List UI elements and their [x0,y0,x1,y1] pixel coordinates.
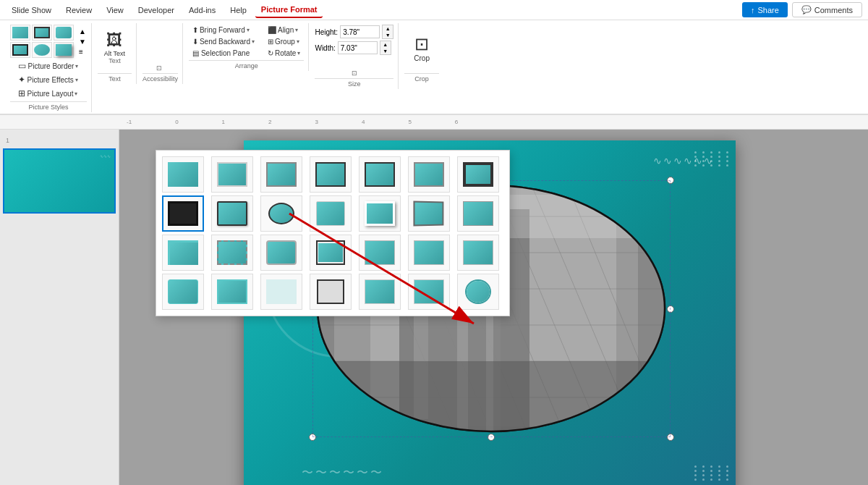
picture-style-preview-3[interactable] [54,25,74,41]
deco-dots-right [694,151,732,166]
style-grid [162,156,503,310]
style-item-27[interactable] [408,274,450,310]
rotate-button[interactable]: ↻ Rotate ▾ [264,48,304,59]
height-up-button[interactable]: ▲ [383,25,393,32]
style-item-10[interactable] [260,195,302,232]
send-backward-button[interactable]: ⬇ Send Backward ▾ [189,36,258,47]
style-item-19[interactable] [359,235,401,271]
menu-addins[interactable]: Add-ins [183,3,221,17]
size-inputs: Height: ▲ ▼ Width: ▲ ▼ [315,25,393,55]
accessibility-expand[interactable]: ⊡ [156,64,162,72]
picture-border-icon: ▭ [18,61,26,71]
style-item-21[interactable] [457,235,499,271]
menu-developer[interactable]: Developer [132,3,180,17]
style-item-9[interactable] [211,195,253,232]
crop-button[interactable]: ⊡ Crop [408,25,435,72]
menu-view[interactable]: View [101,3,129,17]
share-icon: ↑ [751,6,755,14]
ruler: -1 0 1 2 3 4 5 6 [0,115,868,130]
style-item-1[interactable] [162,156,204,193]
style-item-6[interactable] [408,156,450,193]
menu-review[interactable]: Review [60,3,98,17]
style-item-24[interactable] [260,274,302,310]
width-spinner: ▲ ▼ [380,41,391,55]
size-expand[interactable]: ⊡ [352,69,357,77]
rotate-icon: ↻ [268,49,273,57]
style-item-23[interactable] [211,274,253,310]
crop-icon: ⊡ [414,34,429,54]
picture-style-preview-2[interactable] [32,25,52,41]
picture-layout-button[interactable]: ⊞ Picture Layout ▾ [14,87,82,100]
height-input-row: Height: ▲ ▼ [315,25,393,39]
menu-slideshow[interactable]: Slide Show [6,3,57,17]
picture-styles-row: ▲ ▼ ≡ [10,25,87,58]
canvas-area: ∿∿∿∿∿∿ ❮ ✚ 〜〜〜〜〜〜 [119,130,868,485]
main-area: 1 ∿∿∿ [0,130,868,485]
picture-effects-icon: ✦ [18,75,25,85]
style-item-3[interactable] [260,156,302,193]
style-item-13[interactable] [408,195,450,232]
slide-thumbnail-1[interactable]: ∿∿∿ [3,148,116,214]
selection-pane-icon: ▤ [192,49,199,57]
style-item-17[interactable] [260,235,302,271]
width-input[interactable] [338,41,378,54]
group-arrow: ▾ [297,38,299,45]
style-item-5[interactable] [359,156,401,193]
effects-dropdown-arrow: ▾ [75,77,78,83]
style-item-15[interactable] [162,235,204,271]
picture-styles-expand-up[interactable]: ▲ [78,27,87,36]
text-label: Text [109,57,121,64]
style-item-22[interactable] [162,274,204,310]
send-backward-arrow: ▾ [252,38,255,45]
picture-style-preview-6[interactable] [54,42,74,58]
style-item-26[interactable] [359,274,401,310]
picture-layout-icon: ⊞ [18,88,25,98]
picture-style-preview-4[interactable] [10,42,30,58]
style-item-7[interactable] [457,156,499,193]
svg-rect-25 [312,361,671,437]
share-button[interactable]: ↑ Share [742,2,788,17]
ribbon: ▲ ▼ ≡ ▭ Picture Border ▾ ✦ Picture Effec… [0,20,868,115]
ribbon-group-size: Height: ▲ ▼ Width: ▲ ▼ ⊡ Size [310,23,399,89]
style-item-18[interactable] [310,235,352,271]
style-item-12[interactable] [359,195,401,232]
style-item-25[interactable] [310,274,352,310]
width-input-row: Width: ▲ ▼ [315,41,393,55]
picture-effects-button[interactable]: ✦ Picture Effects ▾ [14,73,82,86]
style-item-14[interactable] [457,195,499,232]
comments-button[interactable]: 💬 Comments [792,2,862,17]
height-input[interactable] [340,25,380,38]
style-item-20[interactable] [408,235,450,271]
style-item-28[interactable] [457,274,499,310]
style-item-4[interactable] [310,156,352,193]
style-item-16[interactable] [211,235,253,271]
style-item-11[interactable] [310,195,352,232]
ribbon-group-text: 🖼 Alt Text Text Text [93,23,137,84]
picture-border-button[interactable]: ▭ Picture Border ▾ [14,59,82,72]
alt-text-button[interactable]: 🖼 Alt Text Text [101,25,129,72]
picture-styles-expand-down[interactable]: ▼ [78,37,87,46]
height-spinner: ▲ ▼ [382,25,393,39]
style-item-2[interactable] [211,156,253,193]
deco-dots-bottom-right [694,465,732,481]
picture-style-preview-5[interactable] [32,42,52,58]
height-down-button[interactable]: ▼ [383,32,393,38]
arrange-row: ⬆ Bring Forward ▾ ⬇ Send Backward ▾ ▤ Se… [189,25,305,59]
align-button[interactable]: ⬛ Align ▾ [264,25,304,35]
bring-forward-button[interactable]: ⬆ Bring Forward ▾ [189,25,258,35]
width-down-button[interactable]: ▼ [380,48,391,54]
menu-help[interactable]: Help [224,3,252,17]
send-backward-icon: ⬇ [192,38,198,46]
accessibility-label: Accessibility [142,73,178,83]
group-button[interactable]: ⊞ Group ▾ [264,36,304,47]
picture-styles-more[interactable]: ≡ [78,47,87,56]
align-arrow: ▾ [295,27,298,33]
menu-picture-format[interactable]: Picture Format [255,2,323,18]
selection-pane-button[interactable]: ▤ Selection Pane [189,48,258,59]
picture-style-panel [156,150,510,316]
border-dropdown-arrow: ▾ [75,63,78,69]
crop-label: Crop [404,73,439,83]
width-up-button[interactable]: ▲ [380,41,391,48]
picture-style-preview-1[interactable] [10,25,30,41]
style-item-8[interactable] [162,195,204,232]
